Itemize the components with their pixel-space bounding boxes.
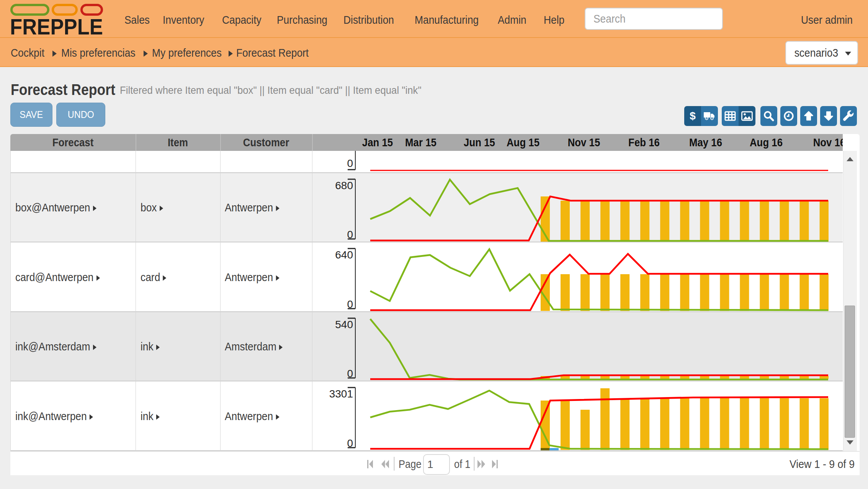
svg-text:0: 0: [347, 368, 353, 379]
svg-text:0: 0: [347, 298, 353, 310]
svg-text:3301: 3301: [329, 388, 353, 400]
svg-text:540: 540: [335, 319, 353, 330]
svg-text:0: 0: [347, 157, 353, 169]
svg-text:0: 0: [347, 229, 353, 240]
svg-text:0: 0: [347, 437, 353, 449]
svg-text:640: 640: [335, 249, 353, 261]
svg-text:$: $: [690, 110, 696, 122]
svg-text:680: 680: [335, 180, 353, 191]
svg-text:FREPPLE: FREPPLE: [10, 15, 103, 37]
